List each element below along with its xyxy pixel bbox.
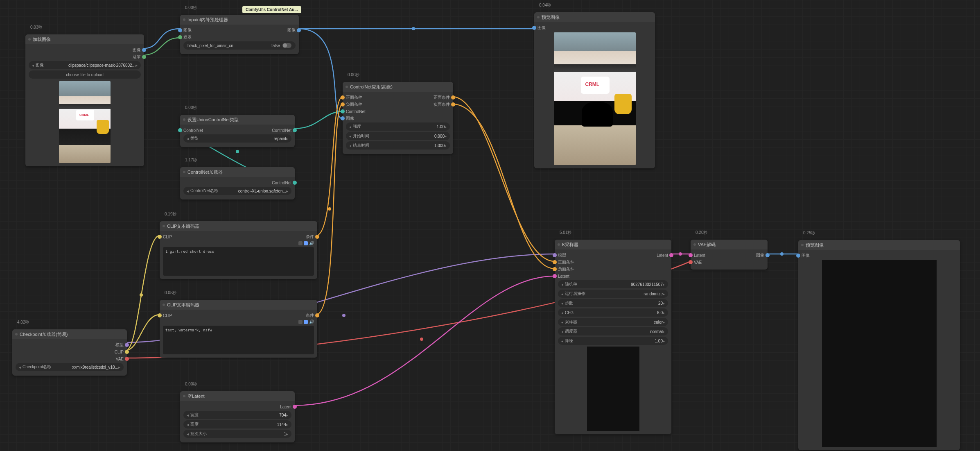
timing-label: 0.20秒 [695, 230, 707, 236]
slot-label: Latent [558, 274, 569, 279]
slot-label: 条件 [306, 313, 314, 318]
toggle-icon[interactable] [298, 241, 303, 245]
widget-end[interactable]: ◂结束时间1.000▸ [346, 141, 450, 150]
widget-denoise[interactable]: ◂降噪1.00▸ [558, 337, 668, 345]
prompt-textarea[interactable]: 1 girl,red short dress [163, 247, 314, 276]
node-title[interactable]: 设置UnionControlNet类型 [180, 115, 295, 125]
chevron-right-icon[interactable]: ▸ [135, 63, 138, 68]
widget-width[interactable]: ◂宽度704▸ [183, 411, 291, 419]
chevron-left-icon[interactable]: ◂ [19, 365, 21, 369]
slot-label: ControlNet [346, 109, 366, 114]
chevron-left-icon[interactable]: ◂ [187, 189, 189, 193]
tooltip: ComfyUI's ControlNet Au... [242, 6, 301, 13]
node-title[interactable]: CLIP文本编码器 [160, 221, 317, 231]
node-empty-latent[interactable]: 0.00秒 空Latent Latent ◂宽度704▸ ◂高度1144▸ ◂批… [180, 391, 295, 442]
slot-label: 正面条件 [346, 95, 362, 100]
node-clip-text-positive[interactable]: 0.19秒 CLIP文本编码器 CLIP条件 🔊 1 girl,red shor… [160, 221, 317, 279]
node-preview-image-2[interactable]: 0.25秒 预览图像 图像 [798, 240, 960, 450]
node-title[interactable]: 预览图像 [798, 240, 960, 250]
toggle-icon[interactable] [304, 320, 308, 324]
latent-preview [587, 347, 639, 431]
node-title[interactable]: VAE解码 [691, 240, 768, 249]
chevron-right-icon[interactable]: ▸ [286, 189, 288, 193]
node-title[interactable]: Inpaint内补预处理器 [180, 15, 299, 25]
slot-label: 负面条件 [346, 102, 362, 107]
node-controlnet-loader[interactable]: 1.17秒 ControlNet加载器 ControlNet ◂ControlN… [180, 167, 295, 199]
widget-height[interactable]: ◂高度1144▸ [183, 420, 291, 428]
widget-cfg[interactable]: ◂CFG8.0▸ [558, 308, 668, 317]
timing-label: 0.00秒 [348, 72, 359, 78]
node-preview-image-1[interactable]: 0.04秒 预览图像 图像 CRML [534, 12, 655, 168]
svg-point-3 [140, 293, 143, 297]
chevron-right-icon[interactable]: ▸ [286, 136, 288, 141]
slot-label: 遮罩 [183, 34, 192, 40]
widget-steps[interactable]: ◂步数20▸ [558, 299, 668, 307]
timing-label: 0.00秒 [185, 5, 197, 11]
chevron-right-icon[interactable]: ▸ [118, 365, 120, 369]
widget-black-pixel[interactable]: black_pixel_for_xinsir_cn false [183, 41, 296, 50]
slot-label: 模型 [115, 342, 124, 348]
slot-label: 图像 [183, 27, 192, 33]
node-vae-decode[interactable]: 0.20秒 VAE解码 Latent图像 VAE [691, 240, 768, 270]
widget-strength[interactable]: ◂强度1.00▸ [346, 122, 450, 131]
node-clip-text-negative[interactable]: 0.05秒 CLIP文本编码器 CLIP条件 🔊 text, watermark… [160, 300, 317, 358]
slot-label: 负面条件 [558, 266, 574, 272]
node-inpaint-preprocessor[interactable]: 0.00秒 Inpaint内补预处理器 图像图像 遮罩 black_pixel_… [180, 15, 299, 54]
slot-label: 遮罩 [133, 54, 141, 60]
widget-after[interactable]: ◂运行后操作randomize▸ [558, 290, 668, 298]
widget-seed[interactable]: ◂随机种90276180211507▸ [558, 280, 668, 288]
node-title[interactable]: ControlNet加载器 [180, 167, 295, 177]
node-title[interactable]: Checkpoint加载器(简易) [12, 329, 127, 339]
speaker-icon[interactable]: 🔊 [309, 241, 314, 245]
image-preview [822, 260, 937, 447]
node-title[interactable]: 预览图像 [534, 12, 655, 22]
widget-controlnet-name[interactable]: ◂ControlNet名称control-XL-union.safeten...… [183, 187, 291, 195]
node-title[interactable]: K采样器 [555, 240, 671, 249]
widget-start[interactable]: ◂开始时间0.000▸ [346, 132, 450, 140]
slot-label: 负面条件 [434, 102, 450, 107]
image-preview: CRML [59, 81, 111, 163]
node-title[interactable]: 加载图像 [25, 34, 144, 44]
chevron-left-icon[interactable]: ◂ [187, 136, 189, 141]
slot-label: 图像 [346, 116, 354, 121]
slot-label: 图像 [756, 252, 764, 258]
speaker-icon[interactable]: 🔊 [309, 320, 314, 324]
widget-image-file[interactable]: ◂ 图像 clipspace/clipspace-mask-2876802...… [29, 61, 141, 69]
chevron-left-icon[interactable]: ◂ [32, 63, 34, 68]
node-title[interactable]: ControlNet应用(高级) [343, 82, 453, 92]
slot-label: CLIP [115, 350, 124, 354]
node-checkpoint-loader[interactable]: 4.02秒 Checkpoint加载器(简易) 模型 CLIP VAE ◂Che… [12, 329, 127, 376]
widget-checkpoint-name[interactable]: ◂Checkpoint名称xxmix9realisticsdxl_v10...▸ [16, 363, 124, 371]
widget-batch[interactable]: ◂批次大小1▸ [183, 430, 291, 438]
timing-label: 1.17秒 [185, 157, 197, 163]
node-title[interactable]: 空Latent [180, 391, 295, 401]
timing-label: 0.00秒 [185, 381, 197, 387]
timing-label: 0.04秒 [539, 2, 551, 8]
timing-label: 0.05秒 [165, 290, 176, 296]
widget-sampler[interactable]: ◂采样器euler▸ [558, 318, 668, 326]
timing-label: 4.02秒 [17, 320, 29, 325]
slot-label: CLIP [163, 313, 172, 318]
toggle-icon[interactable] [298, 320, 303, 324]
toggle[interactable] [282, 43, 291, 48]
slot-label: CLIP [163, 235, 172, 239]
slot-label: 正面条件 [434, 95, 450, 100]
widget-type[interactable]: ◂类型repaint▸ [183, 134, 291, 143]
node-title[interactable]: CLIP文本编码器 [160, 300, 317, 310]
toggle-icon[interactable] [304, 241, 308, 245]
node-controlnet-apply[interactable]: 0.00秒 ControlNet应用(高级) 正面条件正面条件 负面条件负面条件… [343, 82, 453, 154]
svg-point-1 [236, 150, 239, 153]
slot-label: 图像 [802, 253, 810, 258]
widget-scheduler[interactable]: ◂调度器normal▸ [558, 327, 668, 335]
node-ksampler[interactable]: 5.01秒 K采样器 模型Latent 正面条件 负面条件 Latent ◂随机… [555, 240, 671, 434]
timing-label: 0.25秒 [803, 230, 815, 236]
upload-button[interactable]: choose file to upload [29, 70, 141, 79]
slot-label: 图像 [133, 47, 141, 53]
slot-label: Latent [657, 253, 668, 258]
slot-label: 模型 [558, 252, 566, 258]
slot-label: ControlNet [272, 128, 291, 133]
node-set-union-controlnet[interactable]: 0.00秒 设置UnionControlNet类型 ControlNetCont… [180, 115, 295, 147]
slot-label: ControlNet [272, 181, 291, 185]
node-load-image[interactable]: 0.03秒 加载图像 图像 遮罩 ◂ 图像 clipspace/clipspac… [25, 34, 144, 166]
prompt-textarea[interactable]: text, watermark, nsfw [163, 326, 314, 354]
